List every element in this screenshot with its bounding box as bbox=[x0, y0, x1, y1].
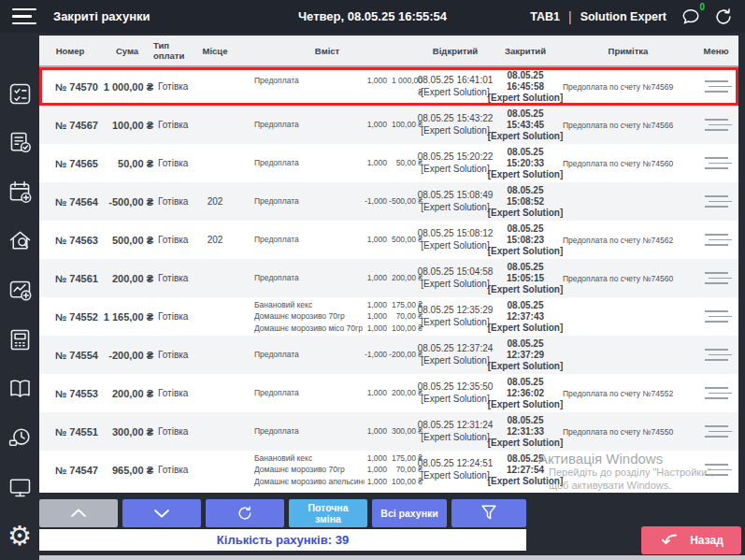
contents-list: Предоплата1,000500,00 ₴ bbox=[232, 221, 423, 259]
closed-at: 08.05.2512:37:29[Expert Solution] bbox=[488, 336, 563, 374]
content-item: Предоплата1,000300,00 ₴ bbox=[232, 425, 423, 438]
sidebar-item-receipts[interactable] bbox=[4, 127, 36, 159]
table-row[interactable]: № 74552 1 165,00 ₴ Готівка Банановий кек… bbox=[39, 297, 738, 336]
home-search-icon bbox=[7, 227, 34, 254]
payment-type: Готівка bbox=[153, 106, 198, 144]
account-sum: -500,00 ₴ bbox=[101, 182, 153, 221]
row-menu-button[interactable] bbox=[694, 221, 738, 259]
contents-list: Предоплата1,000300,00 ₴ bbox=[232, 412, 423, 451]
contents-list: Предоплата1,000200,00 ₴ bbox=[232, 259, 423, 297]
note: Предоплата по счету №74552 bbox=[563, 374, 694, 412]
sidebar-item-history[interactable] bbox=[4, 423, 36, 454]
note bbox=[563, 182, 694, 221]
row-menu-button[interactable] bbox=[694, 67, 738, 106]
row-menu-button[interactable] bbox=[694, 297, 738, 336]
closed-at: 08.05.2515:08:52[Expert Solution] bbox=[488, 182, 563, 221]
filter-funnel-icon bbox=[478, 502, 500, 524]
column-header: Вміст bbox=[232, 36, 423, 65]
terminal-tab-label: TAB1 bbox=[530, 10, 560, 23]
row-menu-button[interactable] bbox=[694, 106, 738, 144]
sidebar-item-orders-checklist[interactable] bbox=[4, 78, 36, 109]
row-menu-button[interactable] bbox=[694, 374, 738, 412]
row-menu-icon bbox=[705, 234, 728, 246]
sidebar-item-pos-terminal[interactable] bbox=[4, 323, 36, 355]
closed-at: 08.05.2512:36:02[Expert Solution] bbox=[488, 374, 563, 412]
back-button-label: Назад bbox=[690, 534, 724, 547]
back-button[interactable]: Назад bbox=[641, 526, 741, 554]
pos-terminal-icon bbox=[7, 326, 34, 353]
row-menu-icon bbox=[705, 349, 728, 361]
account-number: № 74547 bbox=[39, 451, 101, 489]
payment-type: Готівка bbox=[153, 412, 198, 451]
separator: | bbox=[568, 9, 572, 24]
accounts-count-bar: Кількість рахунків: 39 bbox=[39, 529, 526, 551]
menu-book-icon bbox=[7, 375, 34, 402]
table-row[interactable]: № 74567 100,00 ₴ Готівка Предоплата1,000… bbox=[39, 106, 738, 144]
footer-toolbar: Поточна зміна Всі рахунки bbox=[39, 499, 526, 527]
place: 202 bbox=[198, 221, 232, 259]
sidebar-item-calendar-add[interactable] bbox=[4, 176, 36, 208]
closed-at: 08.05.2516:45:58[Expert Solution] bbox=[488, 67, 563, 106]
content-item: Предоплата-1,000-200,00 ₴ bbox=[232, 349, 423, 361]
back-undo-icon bbox=[659, 531, 681, 550]
sidebar-nav: ⚙ bbox=[0, 33, 39, 560]
note: Предоплата по счету №74562 bbox=[563, 221, 694, 259]
row-menu-button[interactable] bbox=[694, 182, 738, 221]
content-item: Домашнє морозиво місо 70гр1,000100,00 ₴ bbox=[232, 323, 423, 335]
row-menu-button[interactable] bbox=[694, 451, 738, 489]
note bbox=[563, 336, 694, 374]
table-row[interactable]: № 74563 500,00 ₴ Готівка 202 Предоплата1… bbox=[39, 221, 738, 259]
sidebar-item-menu-book[interactable] bbox=[4, 373, 36, 405]
row-menu-button[interactable] bbox=[694, 336, 738, 374]
refresh-list-button[interactable] bbox=[206, 499, 284, 527]
account-sum: 965,00 ₴ bbox=[101, 451, 153, 489]
all-accounts-button[interactable]: Всі рахунки bbox=[372, 499, 447, 527]
payment-type: Готівка bbox=[153, 336, 198, 374]
column-header: Примітка bbox=[563, 36, 694, 65]
payment-type: Готівка bbox=[153, 182, 198, 221]
scroll-down-button[interactable] bbox=[122, 499, 201, 527]
column-header: Номер bbox=[39, 36, 101, 65]
table-row[interactable]: № 74565 50,00 ₴ Готівка Предоплата1,0005… bbox=[39, 144, 738, 182]
content-item: Предоплата-1,000-500,00 ₴ bbox=[232, 195, 423, 208]
table-row[interactable]: № 74561 200,00 ₴ Готівка Предоплата1,000… bbox=[39, 259, 738, 297]
refresh-button[interactable] bbox=[711, 5, 736, 29]
row-menu-button[interactable] bbox=[694, 412, 738, 451]
hamburger-menu-icon[interactable] bbox=[12, 8, 36, 25]
table-row[interactable]: № 74554 -200,00 ₴ Готівка Предоплата-1,0… bbox=[39, 336, 738, 374]
note bbox=[563, 297, 694, 336]
table-row[interactable]: № 74564 -500,00 ₴ Готівка 202 Предоплата… bbox=[39, 182, 738, 221]
payment-type: Готівка bbox=[153, 451, 198, 489]
table-row[interactable]: № 74570 1 000,00 ₴ Готівка Предоплата1,0… bbox=[39, 67, 738, 106]
opened-at: 08.05.25 12:31:24[Expert Solution] bbox=[423, 412, 488, 451]
sidebar-item-settings[interactable]: ⚙ bbox=[4, 521, 36, 553]
account-sum: 100,00 ₴ bbox=[101, 106, 153, 144]
user-name: Solution Expert bbox=[580, 10, 666, 23]
bottom-strip bbox=[39, 555, 745, 560]
sidebar-item-reports-add[interactable] bbox=[4, 275, 36, 307]
content-item: Предоплата1,0001 000,00 ₴ bbox=[232, 75, 423, 98]
column-header: Відкритий bbox=[423, 36, 488, 65]
table-row[interactable]: № 74553 200,00 ₴ Готівка Предоплата1,000… bbox=[39, 374, 738, 412]
current-shift-button[interactable]: Поточна зміна bbox=[289, 499, 367, 527]
payment-type: Готівка bbox=[153, 221, 198, 259]
table-row[interactable]: № 74547 965,00 ₴ Готівка Банановий кекс1… bbox=[39, 451, 738, 489]
account-sum: 200,00 ₴ bbox=[101, 374, 153, 412]
opened-at: 08.05.25 15:08:49[Expert Solution] bbox=[423, 182, 488, 221]
row-menu-button[interactable] bbox=[694, 259, 738, 297]
content-item: Домашнє морозиво 70гр1,00070,00 ₴ bbox=[232, 310, 423, 323]
row-menu-button[interactable] bbox=[694, 144, 738, 182]
chat-button[interactable]: 0 bbox=[679, 5, 703, 29]
sidebar-item-home-search[interactable] bbox=[4, 225, 36, 257]
account-sum: -200,00 ₴ bbox=[101, 336, 153, 374]
scroll-up-button[interactable] bbox=[39, 499, 118, 527]
filter-button[interactable] bbox=[451, 499, 526, 527]
account-number: № 74551 bbox=[39, 412, 101, 451]
opened-at: 08.05.25 15:04:58[Expert Solution] bbox=[423, 259, 488, 297]
refresh-icon bbox=[236, 504, 254, 523]
column-header: Закритий bbox=[488, 36, 563, 65]
sidebar-item-monitor[interactable] bbox=[4, 471, 36, 503]
contents-list: Банановий кекс1,000175,00 ₴Домашнє мороз… bbox=[232, 297, 423, 336]
account-number: № 74554 bbox=[39, 336, 101, 374]
table-row[interactable]: № 74551 300,00 ₴ Готівка Предоплата1,000… bbox=[39, 412, 738, 451]
